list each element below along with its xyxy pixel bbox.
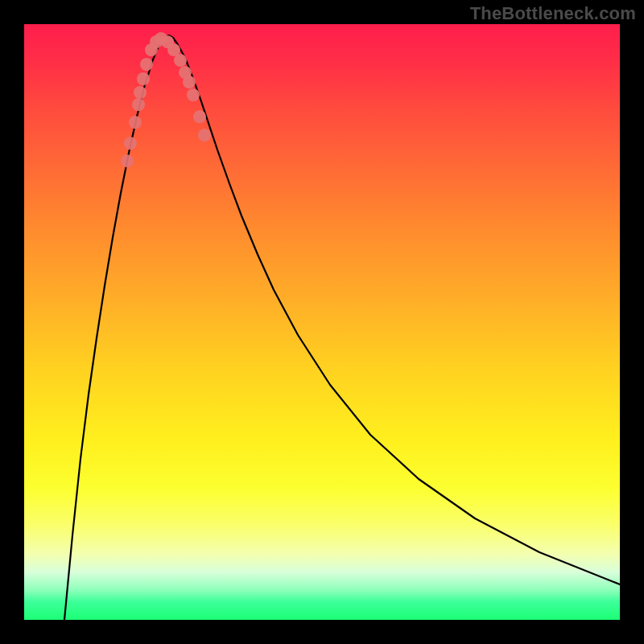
curve-path [64, 35, 620, 620]
data-point [174, 54, 187, 67]
data-point [187, 89, 200, 101]
data-point [198, 129, 211, 142]
plot-area [24, 24, 620, 620]
data-point [183, 76, 196, 89]
data-point [132, 98, 145, 111]
data-point [121, 155, 134, 167]
watermark-text: TheBottleneck.com [470, 3, 636, 24]
data-point [140, 58, 153, 71]
chart-svg [24, 24, 620, 620]
data-point [134, 86, 147, 99]
data-point [137, 72, 150, 85]
data-point [124, 137, 137, 150]
data-point [193, 110, 206, 123]
chart-frame: TheBottleneck.com [0, 0, 644, 644]
data-point [129, 116, 142, 129]
